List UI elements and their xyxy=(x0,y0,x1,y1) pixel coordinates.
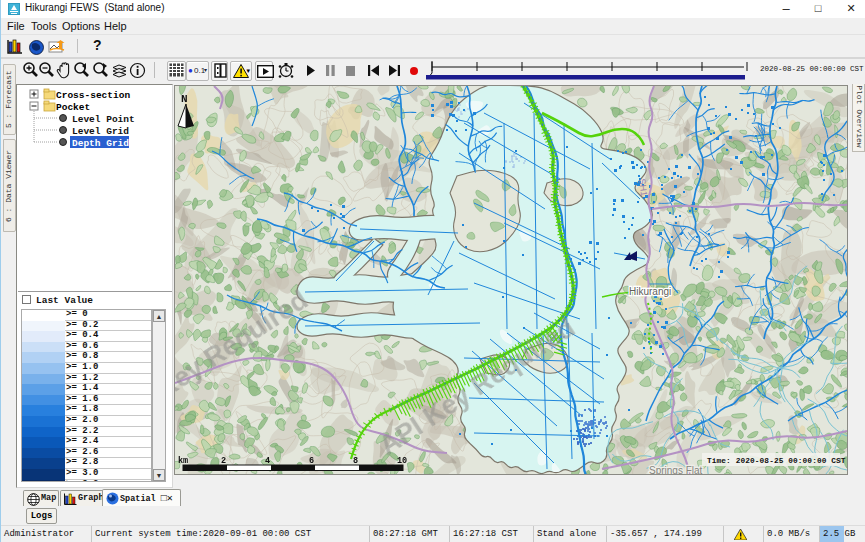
svg-text:N: N xyxy=(181,93,188,105)
svg-text:Hikurangi: Hikurangi xyxy=(629,286,671,297)
svg-text:Cross-section: Cross-section xyxy=(56,90,130,101)
svg-text:Level Grid: Level Grid xyxy=(72,126,129,137)
svg-text:Depth Grid: Depth Grid xyxy=(72,138,129,149)
svg-text:Pocket: Pocket xyxy=(56,102,90,113)
svg-text:Time: 2020-08-25 00:00:00 CST: Time: 2020-08-25 00:00:00 CST xyxy=(707,457,846,465)
svg-text:Springs Flat: Springs Flat xyxy=(649,465,703,475)
svg-text:Level Point: Level Point xyxy=(72,114,135,125)
svg-text:SH1: SH1 xyxy=(637,178,649,197)
